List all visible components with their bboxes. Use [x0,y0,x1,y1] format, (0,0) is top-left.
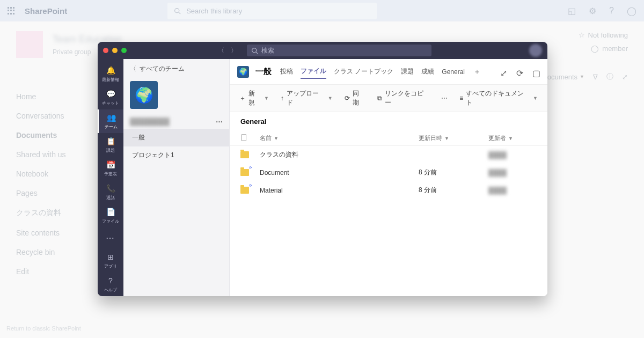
file-modifiedby: ████ [488,169,537,177]
channel-header: 🌍 一般 投稿ファイルクラス ノートブック課題成績General ＋ ⤢ ⟳ ▢ [230,59,547,85]
close-icon[interactable] [103,48,108,53]
rail-more-icon[interactable]: ⋯ [106,227,115,248]
folder-icon [240,151,249,158]
help-icon: ? [106,276,115,285]
team-list-panel: 〈 すべてのチーム 🌍 ████████ ⋯ 一般プロジェクト1 [123,59,230,296]
rail-item-help[interactable]: ?ヘルプ [98,273,123,296]
file-table-header: 名前▼ 更新日時▼ 更新者▼ [230,131,547,146]
sync-button[interactable]: ⟳ 同期 [345,89,365,107]
svg-point-2 [252,48,257,52]
column-name[interactable]: 名前▼ [260,134,419,142]
minimize-icon[interactable] [112,48,118,53]
file-modifiedby: ████ [488,187,537,194]
column-modified[interactable]: 更新日時▼ [419,134,488,142]
all-teams-back[interactable]: 〈 すべてのチーム [123,59,229,79]
nav-back-icon[interactable]: 〈 [218,46,224,55]
file-modifiedby: ████ [488,151,537,159]
apps-icon: ⊞ [106,252,115,262]
chat-icon: 💬 [106,89,115,99]
upload-button[interactable]: ↑ アップロード ▼ [281,89,333,107]
file-name: Material [260,187,419,194]
calendar-icon: 📅 [106,160,115,170]
expand-tab-icon[interactable]: ⤢ [500,68,508,76]
channel-tab[interactable]: クラス ノートブック [334,65,393,78]
channel-tab[interactable]: ファイル [301,64,326,79]
view-selector[interactable]: ≡ すべてのドキュメント ▼ [459,89,538,107]
rail-item-file[interactable]: 📄ファイル [98,204,123,227]
channel-title: 一般 [255,67,272,77]
teams-search[interactable]: 検索 [247,45,431,56]
team-more-icon[interactable]: ⋯ [216,117,223,126]
meet-icon[interactable]: ▢ [532,68,540,76]
file-modified: 8 分前 [419,186,488,195]
teams-titlebar: 〈 〉 検索 [98,42,547,59]
channel-tab[interactable]: 投稿 [280,65,293,78]
rail-item-calendar[interactable]: 📅予定表 [98,157,123,180]
add-tab-icon[interactable]: ＋ [473,67,481,77]
window-controls [103,48,127,53]
sync-badge-icon: ⟳ [249,166,252,170]
maximize-icon[interactable] [121,48,127,53]
rail-item-call[interactable]: 📞通話 [98,180,123,204]
file-icon: 📄 [106,207,115,217]
file-type-icon [240,134,247,141]
teams-window: 〈 〉 検索 🔔最新情報💬チャット👥チーム📋課題📅予定表📞通話📄ファイル⋯⊞アプ… [98,42,547,296]
team-name[interactable]: ████████ [130,117,170,126]
svg-rect-4 [241,135,246,141]
refresh-icon[interactable]: ⟳ [516,68,524,76]
assign-icon: 📋 [106,136,115,146]
folder-icon: ⟳ [240,187,249,194]
file-modified: 8 分前 [419,168,488,177]
rail-item-bell[interactable]: 🔔最新情報 [98,62,123,86]
file-name: クラスの資料 [260,150,419,159]
rail-item-assign[interactable]: 📋課題 [98,133,123,157]
teams-search-placeholder: 検索 [261,46,274,55]
copy-link-button[interactable]: ⧉ リンクをコピー [377,89,430,107]
folder-icon: ⟳ [240,169,249,176]
column-modifiedby[interactable]: 更新者▼ [488,134,537,142]
channel-tab[interactable]: 課題 [401,65,414,78]
folder-breadcrumb[interactable]: General [230,112,547,131]
teams-icon: 👥 [106,113,116,122]
file-name: Document [260,169,419,177]
bell-icon: 🔔 [106,65,115,75]
rail-item-apps[interactable]: ⊞アプリ [98,249,123,273]
more-commands-icon[interactable]: ⋯ [441,94,448,102]
rail-item-chat[interactable]: 💬チャット [98,86,123,109]
channel-tab[interactable]: 成績 [421,65,434,78]
nav-forward-icon[interactable]: 〉 [231,46,237,55]
file-row[interactable]: クラスの資料 ████ [230,146,547,164]
file-row[interactable]: ⟳ Material 8 分前 ████ [230,181,547,199]
svg-line-3 [256,52,258,53]
search-icon [251,47,258,54]
channel-team-icon: 🌍 [237,66,249,78]
channel-item[interactable]: 一般 [123,129,229,146]
file-command-bar: ＋ 新規 ▼ ↑ アップロード ▼ ⟳ 同期 ⧉ リンクをコピー ⋯ ≡ すべて… [230,85,547,112]
file-row[interactable]: ⟳ Document 8 分前 ████ [230,164,547,181]
team-avatar[interactable]: 🌍 [130,81,158,109]
sync-badge-icon: ⟳ [249,183,252,188]
teams-rail: 🔔最新情報💬チャット👥チーム📋課題📅予定表📞通話📄ファイル⋯⊞アプリ?ヘルプ [98,59,123,296]
new-button[interactable]: ＋ 新規 ▼ [239,89,269,107]
channel-tab[interactable]: General [442,66,465,78]
rail-item-teams[interactable]: 👥チーム [98,109,123,133]
teams-user-avatar[interactable] [529,44,542,57]
channel-item[interactable]: プロジェクト1 [123,146,229,164]
teams-main: 🌍 一般 投稿ファイルクラス ノートブック課題成績General ＋ ⤢ ⟳ ▢… [230,59,547,296]
call-icon: 📞 [106,183,115,193]
